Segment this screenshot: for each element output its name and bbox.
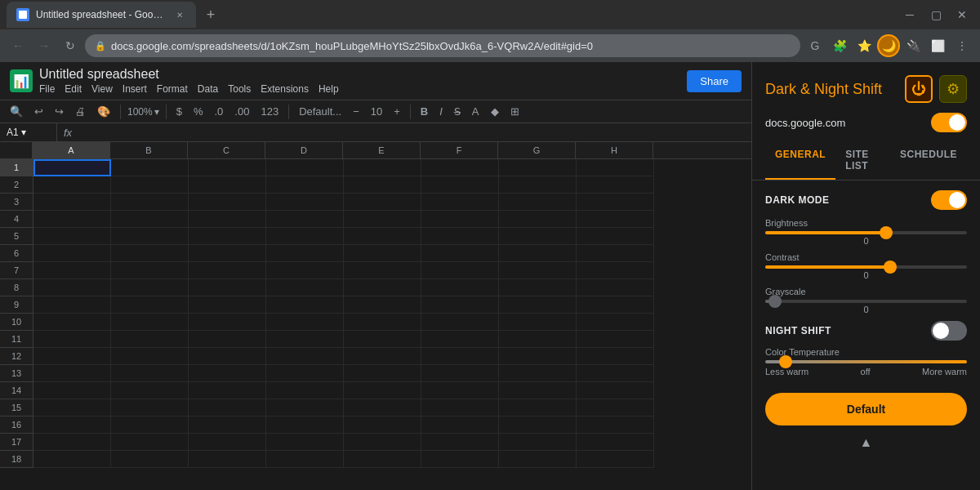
cell-b14[interactable] (111, 382, 189, 399)
cell-a5[interactable] (33, 228, 111, 245)
col-header-g[interactable]: G (498, 142, 576, 158)
row-num-9[interactable]: 9 (0, 296, 33, 314)
sheet-title[interactable]: Untitled spreadsheet (39, 67, 680, 82)
chevron-up-icon[interactable]: ▲ (860, 435, 873, 450)
strikethrough-tool[interactable]: S̶ (451, 104, 464, 119)
menu-file[interactable]: File (39, 83, 55, 95)
cell-a8[interactable] (33, 279, 111, 296)
cell-b5[interactable] (111, 228, 189, 245)
cell-e5[interactable] (344, 228, 421, 245)
cell-c17[interactable] (189, 434, 266, 451)
cell-f12[interactable] (421, 348, 499, 365)
grayscale-thumb[interactable] (768, 295, 782, 308)
cell-f3[interactable] (421, 194, 499, 211)
cell-f17[interactable] (421, 434, 499, 451)
col-header-b[interactable]: B (110, 142, 188, 158)
row-num-18[interactable]: 18 (0, 451, 33, 468)
col-header-f[interactable]: F (421, 142, 498, 158)
cell-b9[interactable] (111, 296, 189, 314)
cell-b18[interactable] (111, 451, 189, 468)
cell-e1[interactable] (344, 159, 421, 176)
cell-e4[interactable] (344, 211, 421, 228)
cell-a11[interactable] (33, 331, 111, 348)
cell-f10[interactable] (421, 314, 499, 331)
row-num-10[interactable]: 10 (0, 314, 33, 331)
cell-e14[interactable] (344, 382, 421, 399)
cell-f4[interactable] (421, 211, 499, 228)
font-size-tool[interactable]: 10 (368, 104, 385, 119)
cell-c5[interactable] (189, 228, 266, 245)
new-tab-button[interactable]: + (199, 3, 222, 26)
close-window-button[interactable]: ✕ (951, 3, 973, 26)
cell-f18[interactable] (421, 451, 499, 468)
col-header-e[interactable]: E (343, 142, 421, 158)
cell-c4[interactable] (189, 211, 266, 228)
cell-h10[interactable] (577, 314, 654, 331)
cell-h14[interactable] (577, 382, 654, 399)
cell-e15[interactable] (344, 399, 421, 416)
font-tool[interactable]: Default... (296, 104, 345, 119)
currency-tool[interactable]: $ (173, 104, 185, 119)
cell-b10[interactable] (111, 314, 189, 331)
dark-mode-toggle[interactable] (931, 190, 967, 210)
cell-f2[interactable] (421, 176, 499, 194)
extensions-button[interactable]: 🧩 (828, 34, 851, 57)
power-button[interactable]: ⏻ (905, 75, 933, 103)
maximize-button[interactable]: ▢ (924, 3, 947, 26)
tab-general[interactable]: GENERAL (765, 142, 835, 180)
cell-h1[interactable] (577, 159, 654, 176)
print-tool[interactable]: 🖨 (72, 104, 89, 119)
cell-h3[interactable] (577, 194, 654, 211)
cell-h2[interactable] (577, 176, 654, 194)
cell-a6[interactable] (33, 245, 111, 262)
dec-increase-tool[interactable]: .00 (231, 104, 252, 119)
row-num-12[interactable]: 12 (0, 348, 33, 365)
cell-d18[interactable] (266, 451, 344, 468)
cell-d15[interactable] (266, 399, 344, 416)
cell-a16[interactable] (33, 416, 111, 434)
menu-button[interactable]: ⋮ (951, 34, 973, 57)
cell-h4[interactable] (577, 211, 654, 228)
cell-h13[interactable] (577, 365, 654, 382)
cell-g9[interactable] (499, 296, 577, 314)
row-num-8[interactable]: 8 (0, 279, 33, 296)
cell-f14[interactable] (421, 382, 499, 399)
cell-c3[interactable] (189, 194, 266, 211)
row-num-17[interactable]: 17 (0, 434, 33, 451)
cell-g14[interactable] (499, 382, 577, 399)
italic-tool[interactable]: I (436, 104, 446, 119)
cell-b15[interactable] (111, 399, 189, 416)
cell-c13[interactable] (189, 365, 266, 382)
cell-reference[interactable]: A1 ▾ (0, 123, 57, 141)
cell-g4[interactable] (499, 211, 577, 228)
cell-a10[interactable] (33, 314, 111, 331)
cell-g13[interactable] (499, 365, 577, 382)
tab-schedule[interactable]: SCHEDULE (890, 142, 967, 180)
row-num-1[interactable]: 1 (0, 159, 33, 176)
cell-h9[interactable] (577, 296, 654, 314)
cell-h18[interactable] (577, 451, 654, 468)
cell-a1[interactable] (33, 159, 111, 176)
cell-c2[interactable] (189, 176, 266, 194)
cell-d3[interactable] (266, 194, 344, 211)
cell-h15[interactable] (577, 399, 654, 416)
cell-e18[interactable] (344, 451, 421, 468)
cell-f11[interactable] (421, 331, 499, 348)
cell-b6[interactable] (111, 245, 189, 262)
bold-tool[interactable]: B (417, 104, 431, 119)
night-shift-toggle[interactable] (931, 321, 967, 341)
contrast-thumb[interactable] (884, 261, 897, 274)
cell-g3[interactable] (499, 194, 577, 211)
cell-e9[interactable] (344, 296, 421, 314)
cell-h5[interactable] (577, 228, 654, 245)
cell-c14[interactable] (189, 382, 266, 399)
cell-b16[interactable] (111, 416, 189, 434)
cell-f13[interactable] (421, 365, 499, 382)
cell-b2[interactable] (111, 176, 189, 194)
cell-ref-dropdown[interactable]: ▾ (21, 127, 26, 138)
cell-f15[interactable] (421, 399, 499, 416)
cast-button[interactable]: ⬜ (926, 34, 949, 57)
row-num-4[interactable]: 4 (0, 211, 33, 228)
text-color-tool[interactable]: A (469, 104, 483, 119)
number-format-tool[interactable]: 123 (257, 104, 282, 119)
